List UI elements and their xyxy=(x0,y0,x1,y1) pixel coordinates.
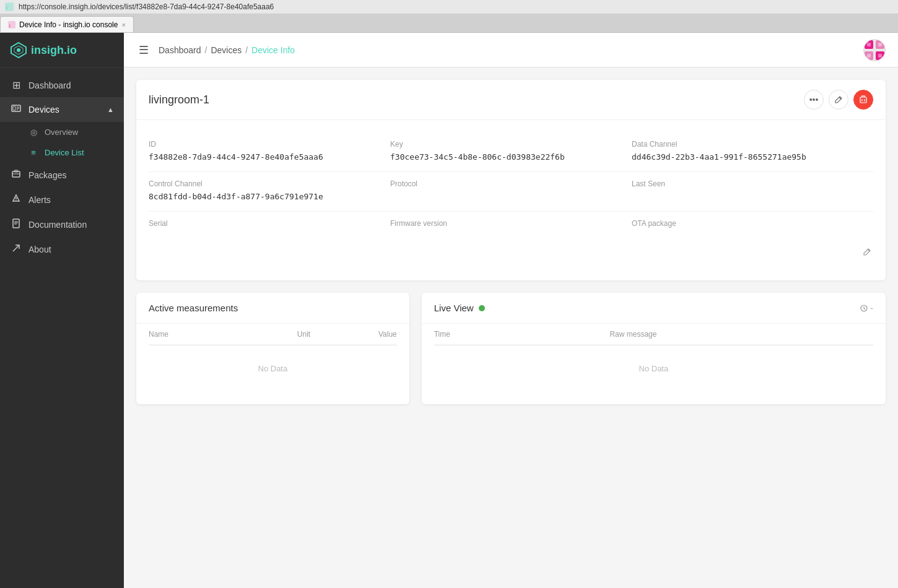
sidebar-item-overview[interactable]: ◎ Overview xyxy=(0,122,124,142)
alerts-icon xyxy=(10,194,22,206)
last-seen-label: Last Seen xyxy=(632,179,873,188)
browser-url-bar: i https://console.insigh.io/devices/list… xyxy=(0,0,898,14)
active-tab[interactable]: i Device Info - insigh.io console × xyxy=(0,16,134,32)
breadcrumb: Dashboard / Devices / Device Info xyxy=(159,45,295,55)
sidebar-sub-label: Overview xyxy=(45,128,78,137)
ota-label: OTA package xyxy=(632,219,873,228)
data-channel-label: Data Channel xyxy=(632,140,873,149)
breadcrumb-dashboard[interactable]: Dashboard xyxy=(159,45,201,55)
sidebar-item-label: Dashboard xyxy=(28,80,71,90)
col-unit-header: Unit xyxy=(272,330,334,339)
serial-label: Serial xyxy=(149,219,380,228)
sidebar-nav: ⊞ Dashboard Devices ▲ ◎ O xyxy=(0,68,124,588)
device-header-actions: ••• xyxy=(804,90,873,110)
live-view-body: Time Raw message No Data xyxy=(422,324,886,404)
ota-edit-icon xyxy=(863,248,871,256)
svg-point-16 xyxy=(16,200,17,201)
delete-icon xyxy=(859,95,868,104)
svg-line-39 xyxy=(864,308,865,309)
info-cell-protocol: Protocol xyxy=(390,172,632,212)
sidebar-logo: insigh.io xyxy=(0,33,124,68)
live-view-header: Live View - xyxy=(422,293,886,324)
live-view-table-header: Time Raw message xyxy=(434,324,873,345)
sidebar: insigh.io ⊞ Dashboard Devices xyxy=(0,33,124,588)
sidebar-item-documentation[interactable]: Documentation xyxy=(0,212,124,237)
data-channel-value: dd46c39d-22b3-4aa1-991f-8655271ae95b xyxy=(632,152,873,162)
device-info-grid: ID f34882e8-7da9-44c4-9247-8e40afe5aaa6 … xyxy=(149,132,873,268)
delete-button[interactable] xyxy=(853,90,873,110)
serial-value xyxy=(149,231,380,241)
edit-icon xyxy=(834,95,843,104)
svg-rect-26 xyxy=(878,43,882,46)
active-measurements-body: Name Unit Value No Data xyxy=(136,324,409,404)
device-info-card: livingroom-1 ••• xyxy=(136,80,886,280)
timer-label: - xyxy=(871,303,873,313)
sidebar-item-label: Alerts xyxy=(28,195,51,205)
device-list-icon: ≡ xyxy=(28,148,38,157)
sidebar-item-about[interactable]: About xyxy=(0,237,124,262)
svg-text:i: i xyxy=(9,23,11,28)
tab-favicon: i xyxy=(8,21,15,28)
last-seen-value xyxy=(632,192,873,201)
sidebar-item-label: Devices xyxy=(28,105,59,115)
more-options-button[interactable]: ••• xyxy=(804,90,824,110)
measurements-table-header: Name Unit Value xyxy=(149,324,397,345)
key-label: Key xyxy=(390,140,622,149)
main-content: ☰ Dashboard / Devices / Device Info xyxy=(124,33,898,588)
live-view-actions: - xyxy=(860,303,873,313)
favicon-icon: i xyxy=(5,2,14,11)
timer-button[interactable]: - xyxy=(860,303,873,313)
info-cell-last-seen: Last Seen xyxy=(632,172,873,212)
ota-edit-button[interactable] xyxy=(861,246,873,258)
breadcrumb-device-info: Device Info xyxy=(251,45,295,55)
live-status-dot xyxy=(479,305,485,311)
sidebar-item-dashboard[interactable]: ⊞ Dashboard xyxy=(0,73,124,97)
tab-close-button[interactable]: × xyxy=(121,21,125,28)
documentation-icon xyxy=(10,218,22,231)
svg-rect-8 xyxy=(13,106,15,110)
edit-button[interactable] xyxy=(829,90,848,110)
id-value: f34882e8-7da9-44c4-9247-8e40afe5aaa6 xyxy=(149,152,380,162)
top-bar: ☰ Dashboard / Devices / Device Info xyxy=(124,33,898,67)
packages-icon xyxy=(10,169,22,181)
sidebar-item-alerts[interactable]: Alerts xyxy=(0,188,124,212)
live-view-title: Live View xyxy=(434,303,474,313)
sidebar-item-label: Packages xyxy=(28,170,66,180)
col-value-header: Value xyxy=(335,330,397,339)
protocol-value xyxy=(390,192,622,201)
live-view-panel: Live View - xyxy=(422,293,886,404)
svg-rect-17 xyxy=(13,219,19,228)
svg-rect-28 xyxy=(878,54,882,58)
info-cell-key: Key f30cee73-34c5-4b8e-806c-d03983e22f6b xyxy=(390,132,632,172)
info-cell-ota: OTA package xyxy=(632,212,873,268)
svg-rect-25 xyxy=(867,43,871,46)
breadcrumb-devices[interactable]: Devices xyxy=(211,45,242,55)
svg-text:i: i xyxy=(6,4,7,11)
avatar-icon xyxy=(865,40,884,60)
firmware-value xyxy=(390,231,622,241)
tab-bar: i Device Info - insigh.io console × xyxy=(0,14,898,33)
devices-icon xyxy=(10,103,22,116)
timer-icon xyxy=(860,304,868,313)
info-cell-firmware: Firmware version xyxy=(390,212,632,268)
hamburger-button[interactable]: ☰ xyxy=(136,41,151,59)
sidebar-item-devices[interactable]: Devices ▲ xyxy=(0,97,124,122)
logo-icon xyxy=(10,41,27,59)
ota-edit-row xyxy=(632,241,873,258)
sidebar-item-label: About xyxy=(28,244,51,254)
avatar-button[interactable] xyxy=(863,39,886,61)
overview-icon: ◎ xyxy=(28,128,38,137)
device-card-header: livingroom-1 ••• xyxy=(136,80,886,120)
dashboard-icon: ⊞ xyxy=(10,79,22,91)
device-name: livingroom-1 xyxy=(149,93,209,106)
control-channel-label: Control Channel xyxy=(149,179,380,188)
sidebar-item-packages[interactable]: Packages xyxy=(0,163,124,188)
active-measurements-header: Active measurements xyxy=(136,293,409,324)
more-icon: ••• xyxy=(809,95,819,105)
sidebar-item-device-list[interactable]: ≡ Device List xyxy=(0,142,124,163)
info-cell-control-channel: Control Channel 8cd81fdd-b04d-4d3f-a877-… xyxy=(149,172,390,212)
tab-label: Device Info - insigh.io console xyxy=(19,20,118,29)
control-channel-value: 8cd81fdd-b04d-4d3f-a877-9a6c791e971e xyxy=(149,192,380,201)
col-time-header: Time xyxy=(434,330,610,339)
ota-value xyxy=(632,231,873,241)
